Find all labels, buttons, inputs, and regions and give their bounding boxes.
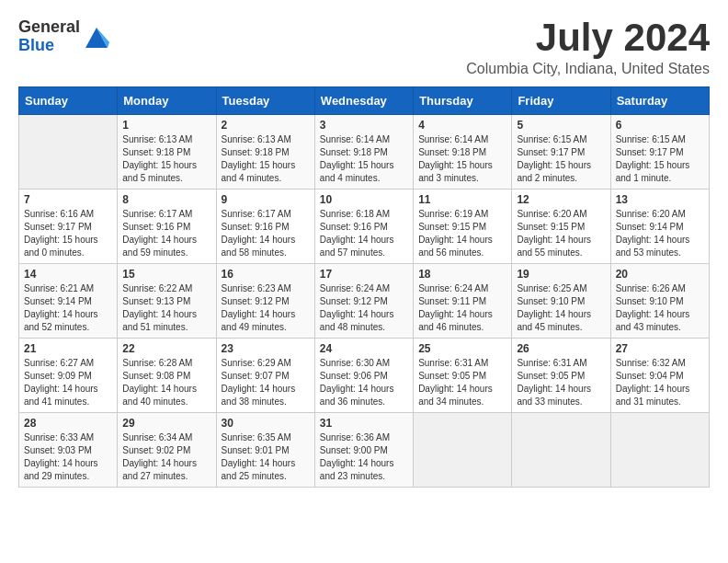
day-number: 5 [517,119,605,132]
calendar-cell: 13Sunrise: 6:20 AM Sunset: 9:14 PM Dayli… [610,190,709,264]
day-number: 1 [122,119,210,132]
cell-content: Sunrise: 6:28 AM Sunset: 9:08 PM Dayligh… [122,357,210,408]
cell-content: Sunrise: 6:29 AM Sunset: 9:07 PM Dayligh… [222,357,310,408]
calendar-cell: 4Sunrise: 6:14 AM Sunset: 9:18 PM Daylig… [414,115,512,190]
day-number: 29 [122,417,210,430]
day-number: 31 [320,417,408,430]
calendar-week-row: 28Sunrise: 6:33 AM Sunset: 9:03 PM Dayli… [19,413,710,488]
cell-content: Sunrise: 6:31 AM Sunset: 9:05 PM Dayligh… [418,357,506,408]
calendar-cell [19,115,118,190]
calendar-cell: 7Sunrise: 6:16 AM Sunset: 9:17 PM Daylig… [19,190,118,264]
calendar-cell: 21Sunrise: 6:27 AM Sunset: 9:09 PM Dayli… [19,339,118,413]
day-header-wednesday: Wednesday [314,87,413,115]
calendar-cell: 20Sunrise: 6:26 AM Sunset: 9:10 PM Dayli… [610,264,709,339]
calendar-week-row: 14Sunrise: 6:21 AM Sunset: 9:14 PM Dayli… [19,264,710,339]
day-number: 8 [122,193,210,206]
cell-content: Sunrise: 6:13 AM Sunset: 9:18 PM Dayligh… [122,133,210,185]
calendar-cell: 27Sunrise: 6:32 AM Sunset: 9:04 PM Dayli… [610,339,709,413]
calendar-cell: 10Sunrise: 6:18 AM Sunset: 9:16 PM Dayli… [314,190,413,264]
logo: General Blue [18,18,109,55]
day-number: 23 [222,342,310,355]
calendar-cell: 1Sunrise: 6:13 AM Sunset: 9:18 PM Daylig… [118,115,216,190]
day-number: 18 [418,268,506,281]
cell-content: Sunrise: 6:24 AM Sunset: 9:11 PM Dayligh… [418,282,506,334]
day-number: 28 [24,417,112,430]
day-number: 10 [320,193,408,206]
day-number: 30 [222,417,310,430]
page-header: General Blue July 2024 Columbia City, In… [18,18,710,77]
cell-content: Sunrise: 6:23 AM Sunset: 9:12 PM Dayligh… [222,282,310,334]
calendar-cell: 3Sunrise: 6:14 AM Sunset: 9:18 PM Daylig… [314,115,413,190]
cell-content: Sunrise: 6:32 AM Sunset: 9:04 PM Dayligh… [616,357,704,408]
cell-content: Sunrise: 6:33 AM Sunset: 9:03 PM Dayligh… [24,431,112,483]
calendar-cell: 25Sunrise: 6:31 AM Sunset: 9:05 PM Dayli… [414,339,512,413]
calendar-cell: 31Sunrise: 6:36 AM Sunset: 9:00 PM Dayli… [314,413,413,488]
logo-blue: Blue [18,37,80,55]
day-header-monday: Monday [118,87,216,115]
cell-content: Sunrise: 6:25 AM Sunset: 9:10 PM Dayligh… [517,282,605,334]
calendar-cell: 18Sunrise: 6:24 AM Sunset: 9:11 PM Dayli… [414,264,512,339]
calendar-week-row: 21Sunrise: 6:27 AM Sunset: 9:09 PM Dayli… [19,339,710,413]
day-number: 4 [418,119,506,132]
cell-content: Sunrise: 6:24 AM Sunset: 9:12 PM Dayligh… [320,282,408,334]
day-number: 25 [418,342,506,355]
day-number: 24 [320,342,408,355]
day-number: 22 [122,342,210,355]
day-number: 20 [616,268,704,281]
calendar-cell: 24Sunrise: 6:30 AM Sunset: 9:06 PM Dayli… [314,339,413,413]
calendar-cell: 6Sunrise: 6:15 AM Sunset: 9:17 PM Daylig… [610,115,709,190]
day-number: 27 [616,342,704,355]
main-title: July 2024 [466,18,710,57]
calendar-cell [414,413,512,488]
cell-content: Sunrise: 6:17 AM Sunset: 9:16 PM Dayligh… [122,208,210,259]
day-number: 16 [222,268,310,281]
day-number: 21 [24,342,112,355]
day-number: 12 [517,193,605,206]
cell-content: Sunrise: 6:14 AM Sunset: 9:18 PM Dayligh… [418,133,506,185]
cell-content: Sunrise: 6:34 AM Sunset: 9:02 PM Dayligh… [122,431,210,483]
calendar-cell: 14Sunrise: 6:21 AM Sunset: 9:14 PM Dayli… [19,264,118,339]
calendar-cell: 15Sunrise: 6:22 AM Sunset: 9:13 PM Dayli… [118,264,216,339]
cell-content: Sunrise: 6:16 AM Sunset: 9:17 PM Dayligh… [24,208,112,259]
calendar-cell [610,413,709,488]
cell-content: Sunrise: 6:36 AM Sunset: 9:00 PM Dayligh… [320,431,408,483]
day-header-tuesday: Tuesday [216,87,314,115]
cell-content: Sunrise: 6:15 AM Sunset: 9:17 PM Dayligh… [517,133,605,185]
day-number: 11 [418,193,506,206]
calendar-week-row: 7Sunrise: 6:16 AM Sunset: 9:17 PM Daylig… [19,190,710,264]
cell-content: Sunrise: 6:18 AM Sunset: 9:16 PM Dayligh… [320,208,408,259]
day-number: 7 [24,193,112,206]
calendar-week-row: 1Sunrise: 6:13 AM Sunset: 9:18 PM Daylig… [19,115,710,190]
calendar-cell: 22Sunrise: 6:28 AM Sunset: 9:08 PM Dayli… [118,339,216,413]
day-header-sunday: Sunday [19,87,118,115]
day-number: 17 [320,268,408,281]
calendar-cell: 9Sunrise: 6:17 AM Sunset: 9:16 PM Daylig… [216,190,314,264]
calendar-cell: 28Sunrise: 6:33 AM Sunset: 9:03 PM Dayli… [19,413,118,488]
cell-content: Sunrise: 6:19 AM Sunset: 9:15 PM Dayligh… [418,208,506,259]
calendar-cell: 19Sunrise: 6:25 AM Sunset: 9:10 PM Dayli… [512,264,610,339]
day-header-thursday: Thursday [414,87,512,115]
day-number: 6 [616,119,704,132]
day-number: 26 [517,342,605,355]
subtitle: Columbia City, Indiana, United States [466,61,710,77]
day-header-saturday: Saturday [610,87,709,115]
cell-content: Sunrise: 6:22 AM Sunset: 9:13 PM Dayligh… [122,282,210,334]
calendar-cell: 12Sunrise: 6:20 AM Sunset: 9:15 PM Dayli… [512,190,610,264]
calendar-table: SundayMondayTuesdayWednesdayThursdayFrid… [18,86,710,488]
logo-general: General [18,18,80,37]
day-number: 2 [222,119,310,132]
cell-content: Sunrise: 6:14 AM Sunset: 9:18 PM Dayligh… [320,133,408,185]
calendar-header-row: SundayMondayTuesdayWednesdayThursdayFrid… [19,87,710,115]
calendar-cell: 8Sunrise: 6:17 AM Sunset: 9:16 PM Daylig… [118,190,216,264]
cell-content: Sunrise: 6:21 AM Sunset: 9:14 PM Dayligh… [24,282,112,334]
cell-content: Sunrise: 6:20 AM Sunset: 9:14 PM Dayligh… [616,208,704,259]
cell-content: Sunrise: 6:13 AM Sunset: 9:18 PM Dayligh… [222,133,310,185]
title-block: July 2024 Columbia City, Indiana, United… [466,18,710,77]
calendar-cell: 5Sunrise: 6:15 AM Sunset: 9:17 PM Daylig… [512,115,610,190]
calendar-cell: 11Sunrise: 6:19 AM Sunset: 9:15 PM Dayli… [414,190,512,264]
day-number: 14 [24,268,112,281]
logo-icon [84,24,109,50]
day-header-friday: Friday [512,87,610,115]
day-number: 19 [517,268,605,281]
cell-content: Sunrise: 6:17 AM Sunset: 9:16 PM Dayligh… [222,208,310,259]
